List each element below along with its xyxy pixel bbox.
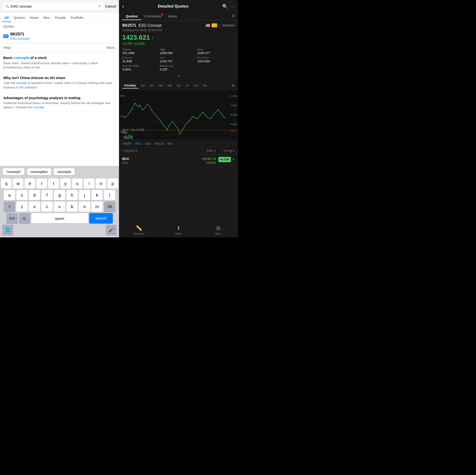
time-tab-intraday[interactable]: Intraday — [122, 82, 138, 88]
key-space[interactable]: space — [31, 213, 88, 223]
key-backspace[interactable]: ⌫ — [104, 201, 115, 212]
svg-text:1424: 1424 — [120, 115, 125, 118]
th-symbol[interactable]: □ Symbol ⇅ — [122, 149, 192, 152]
watchlist-button[interactable]: ♡ Watchlist — [219, 24, 235, 27]
comment-icon: ✏️ — [136, 225, 142, 231]
key-f[interactable]: f — [41, 190, 53, 200]
key-k[interactable]: k — [91, 190, 103, 200]
indicator-macd[interactable]: MACD — [155, 142, 164, 145]
tab-right-comments[interactable]: Comments — [141, 12, 165, 20]
autocomplete-conception[interactable]: conception — [27, 168, 51, 175]
autocomplete-concepts[interactable]: concepts — [54, 168, 75, 175]
key-globe[interactable]: 🌐 — [2, 225, 13, 235]
key-a[interactable]: a — [4, 190, 15, 200]
key-u[interactable]: u — [72, 178, 83, 189]
key-e[interactable]: e — [25, 178, 35, 189]
bottom-btn-share[interactable]: ⬆ Share — [159, 225, 198, 235]
bottom-btn-comment[interactable]: ✏️ Comment — [119, 225, 159, 235]
key-y[interactable]: y — [60, 178, 71, 189]
chart-settings-icon[interactable]: ⚙ — [231, 83, 235, 88]
time-tab-1min[interactable]: 1m — [192, 83, 200, 88]
indicator-kdj[interactable]: KDJ — [145, 142, 151, 145]
right-search-icon[interactable]: 🔍 — [222, 3, 228, 9]
quote-item-bk2571[interactable]: US BK2571 ESG Concept ♡ — [0, 30, 119, 43]
cancel-button[interactable]: Cancel — [105, 4, 116, 8]
time-tab-1y[interactable]: 1Y — [184, 83, 191, 88]
time-tab-3min[interactable]: 3m — [201, 83, 209, 88]
article-highlight-2: concept — [16, 81, 27, 85]
key-mic[interactable]: 🎤 — [106, 225, 117, 235]
tab-comments-label: Comments — [144, 14, 162, 18]
time-tab-1m[interactable]: 1M — [166, 83, 173, 88]
search-input[interactable] — [11, 4, 96, 8]
key-m[interactable]: m — [91, 201, 103, 212]
clear-button[interactable]: ✕ — [98, 4, 101, 8]
key-t[interactable]: t — [48, 178, 59, 189]
key-h[interactable]: h — [66, 190, 78, 200]
time-tab-1w[interactable]: 1W — [156, 83, 165, 88]
svg-rect-18 — [128, 135, 129, 139]
key-z[interactable]: z — [16, 201, 28, 212]
expand-chevron-icon[interactable]: ∨ — [177, 74, 180, 78]
search-results: Quotes US BK2571 ESG Concept ♡ Help More… — [0, 22, 119, 166]
tab-people[interactable]: People — [52, 13, 68, 22]
key-r[interactable]: r — [36, 178, 47, 189]
time-tab-1d[interactable]: 1D — [148, 83, 155, 88]
article-1[interactable]: Basic concepts of a stock Basic field1. … — [0, 52, 119, 72]
tab-all[interactable]: All — [2, 13, 11, 22]
key-shift[interactable]: ⇧ — [4, 201, 15, 212]
more-link[interactable]: More › — [106, 46, 116, 49]
article-2[interactable]: Why isn't China Unicom an AH share "with… — [0, 72, 119, 92]
key-d[interactable]: d — [29, 190, 40, 200]
time-tab-5d[interactable]: 5D — [139, 83, 147, 88]
key-o[interactable]: o — [96, 178, 106, 189]
key-j[interactable]: j — [79, 190, 90, 200]
key-i[interactable]: i — [84, 178, 94, 189]
tab-moo[interactable]: Moo — [41, 13, 52, 22]
bottom-btn-more[interactable]: ⊞ More — [198, 225, 238, 235]
indicator-vwap[interactable]: VWAP — [122, 142, 131, 145]
expand-row: ∨ — [122, 73, 235, 79]
th-chg[interactable]: % Chg ⇅ — [216, 149, 235, 152]
tab-right-news[interactable]: News — [165, 12, 180, 20]
key-x[interactable]: x — [29, 201, 40, 212]
stat-high-label: High — [160, 48, 197, 51]
article-title-1: Basic concepts of a stock — [3, 55, 116, 60]
key-s[interactable]: s — [16, 190, 28, 200]
tab-portfolio[interactable]: Portfolio — [68, 13, 86, 22]
article-3[interactable]: Advantages of psychology analysis in tra… — [0, 92, 119, 112]
th-price[interactable]: Price ⇅ — [192, 149, 216, 152]
autocomplete-concept-quoted[interactable]: "concept" — [3, 168, 24, 175]
key-b[interactable]: b — [66, 201, 78, 212]
right-chat-icon[interactable]: ⋯ — [230, 4, 235, 9]
table-row[interactable]: BCC Dow 35160.79 +249.59 +0.71% ∧ — [119, 155, 238, 167]
hamburger-icon[interactable]: ≡ — [232, 14, 235, 18]
search-wrapper: 🔍 ✕ — [3, 2, 103, 10]
key-123[interactable]: 123 — [6, 213, 18, 223]
key-v[interactable]: v — [54, 201, 65, 212]
key-g[interactable]: g — [54, 190, 65, 200]
stats-grid: Volume 151.45M High 1439.090 Open 1436.4… — [122, 48, 235, 73]
back-button[interactable]: ‹ — [122, 3, 124, 9]
key-p[interactable]: p — [107, 178, 118, 189]
svg-rect-14 — [124, 136, 124, 139]
indicator-rsi[interactable]: RSI — [167, 142, 173, 145]
watchlist-heart-icon[interactable]: ♡ — [111, 33, 116, 39]
article-body-2: "with the concept of mainland China" mai… — [3, 81, 116, 89]
key-n[interactable]: n — [79, 201, 90, 212]
tab-news[interactable]: News — [27, 13, 41, 22]
stat-low-value: 1419.747 — [160, 59, 197, 63]
key-q[interactable]: q — [1, 178, 12, 189]
indicator-vol[interactable]: VOL — [135, 142, 141, 145]
key-w[interactable]: w — [13, 178, 23, 189]
time-tab-1q[interactable]: 1Q — [174, 83, 182, 88]
tab-quotes[interactable]: Quotes — [11, 13, 27, 22]
key-emoji[interactable]: ☺ — [19, 213, 30, 223]
stock-flags: 🇺🇸 ⚡ ♡ Watchlist — [205, 23, 235, 28]
chart-time-tabs: Intraday 5D 1D 1W 1M 1Q 1Y 1m 3m ⚙ — [119, 81, 238, 90]
key-search[interactable]: search — [89, 213, 113, 223]
tab-right-quotes[interactable]: Quotes — [122, 12, 141, 20]
quote-code: BK2571 — [10, 32, 111, 36]
key-l[interactable]: l — [104, 190, 115, 200]
key-c[interactable]: c — [41, 201, 53, 212]
